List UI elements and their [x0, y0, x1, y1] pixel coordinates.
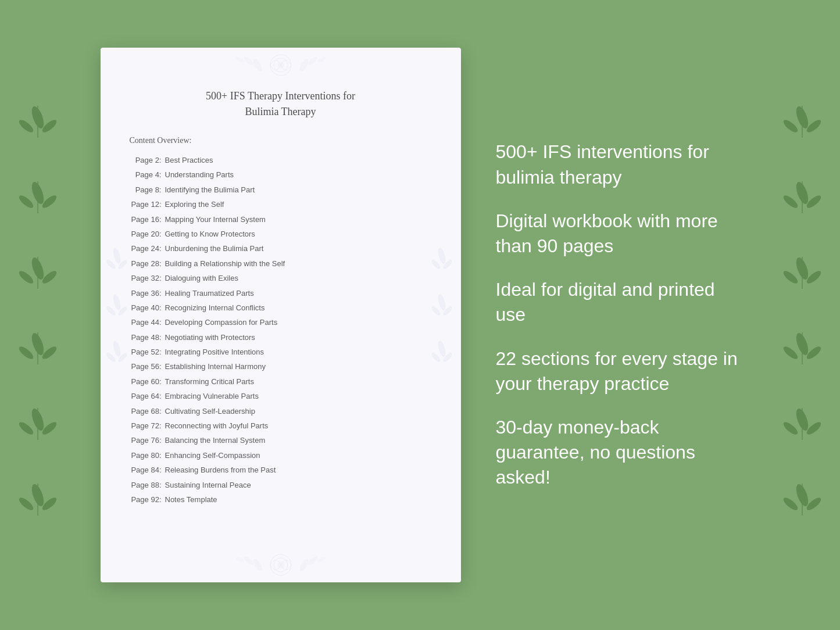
svg-point-70	[430, 305, 442, 317]
toc-item: Page 40:Recognizing Internal Conflicts	[130, 301, 432, 314]
svg-point-1	[17, 118, 35, 134]
page-title: Notes Template	[165, 495, 217, 504]
toc-item: Page 76:Balancing the Internal System	[130, 434, 432, 447]
page-title: Recognizing Internal Conflicts	[165, 303, 265, 312]
page-number: Page 24:	[130, 242, 162, 255]
svg-point-17	[17, 420, 35, 436]
svg-point-55	[235, 56, 245, 63]
doc-right-decoration	[430, 227, 456, 403]
feature-text-1: 500+ IFS interventions for bulimia thera…	[496, 139, 740, 189]
page-number: Page 48:	[130, 331, 162, 344]
page-title: Cultivating Self-Leadership	[165, 407, 255, 416]
page-number: Page 60:	[130, 375, 162, 388]
page-title: Mapping Your Internal System	[165, 215, 266, 224]
toc-item: Page 44:Developing Compassion for Parts	[130, 316, 432, 329]
svg-point-21	[17, 496, 35, 512]
main-content: 500+ IFS Therapy Interventions for Bulim…	[0, 0, 840, 630]
toc-item: Page 2:Best Practices	[130, 153, 432, 167]
page-number: Page 72:	[130, 419, 162, 432]
page-number: Page 84:	[130, 463, 162, 477]
doc-bottom-decoration	[101, 547, 461, 582]
page-title: Exploring the Self	[165, 200, 224, 209]
toc-item: Page 68:Cultivating Self-Leadership	[130, 405, 432, 418]
svg-point-69	[437, 293, 446, 311]
svg-point-51	[251, 58, 263, 73]
page-title: Developing Compassion for Parts	[165, 318, 278, 327]
svg-point-45	[782, 496, 800, 512]
toc-item: Page 92:Notes Template	[130, 493, 432, 506]
page-title: Getting to Know Protectors	[165, 230, 255, 238]
toc-item: Page 60:Transforming Critical Parts	[130, 375, 432, 388]
svg-point-81	[306, 555, 318, 566]
page-title: Unburdening the Bulimia Part	[165, 244, 264, 253]
svg-point-83	[316, 556, 326, 563]
page-number: Page 64:	[130, 389, 162, 403]
doc-top-decoration	[101, 48, 461, 83]
document-title: 500+ IFS Therapy Interventions for Bulim…	[130, 88, 432, 120]
svg-point-82	[235, 556, 245, 563]
svg-point-5	[17, 194, 35, 210]
toc-item: Page 88:Sustaining Internal Peace	[130, 478, 432, 492]
toc-item: Page 16:Mapping Your Internal System	[130, 213, 432, 226]
svg-point-33	[782, 269, 800, 285]
page-number: Page 80:	[130, 449, 162, 462]
page-number: Page 40:	[130, 301, 162, 314]
page-number: Page 44:	[130, 316, 162, 329]
page-number: Page 92:	[130, 493, 162, 506]
feature-text-2: Digital workbook with more than 90 pages	[496, 209, 740, 259]
svg-point-57	[112, 247, 121, 264]
page-title: Building a Relationship with the Self	[165, 259, 285, 268]
toc-item: Page 28:Building a Relationship with the…	[130, 257, 432, 270]
page-number: Page 36:	[130, 287, 162, 300]
page-number: Page 16:	[130, 213, 162, 226]
right-leaf-decoration	[764, 0, 840, 630]
page-number: Page 88:	[130, 478, 162, 492]
svg-point-80	[242, 555, 254, 566]
right-panel: 500+ IFS interventions for bulimia thera…	[496, 139, 740, 490]
page-number: Page 52:	[130, 345, 162, 359]
svg-point-73	[430, 352, 442, 363]
page-title: Releasing Burdens from the Past	[165, 466, 276, 474]
svg-point-63	[112, 340, 121, 357]
toc-item: Page 84:Releasing Burdens from the Past	[130, 463, 432, 477]
svg-point-52	[298, 58, 310, 73]
toc-item: Page 80:Enhancing Self-Compassion	[130, 449, 432, 462]
doc-left-decoration	[105, 227, 131, 403]
page-title: Transforming Critical Parts	[165, 377, 254, 386]
svg-point-78	[251, 557, 263, 572]
toc-list: Page 2:Best PracticesPage 4:Understandin…	[130, 153, 432, 506]
page-title: Dialoguing with Exiles	[165, 274, 238, 282]
page-number: Page 68:	[130, 405, 162, 418]
toc-item: Page 24:Unburdening the Bulimia Part	[130, 242, 432, 255]
document-card: 500+ IFS Therapy Interventions for Bulim…	[101, 48, 461, 582]
svg-point-58	[105, 259, 117, 270]
feature-text-3: Ideal for digital and printed use	[496, 277, 740, 327]
svg-point-60	[112, 293, 121, 311]
page-title: Establishing Internal Harmony	[165, 362, 266, 371]
feature-text-4: 22 sections for every stage in your ther…	[496, 346, 740, 396]
page-title: Embracing Vulnerable Parts	[165, 392, 259, 400]
svg-point-61	[105, 305, 117, 317]
toc-item: Page 20:Getting to Know Protectors	[130, 227, 432, 241]
svg-point-13	[17, 345, 35, 361]
toc-item: Page 36:Healing Traumatized Parts	[130, 287, 432, 300]
svg-point-9	[17, 269, 35, 285]
toc-item: Page 72:Reconnecting with Joyful Parts	[130, 419, 432, 432]
page-number: Page 12:	[130, 198, 162, 211]
svg-point-37	[782, 345, 800, 361]
svg-point-72	[437, 340, 446, 357]
page-number: Page 56:	[130, 360, 162, 373]
page-title: Identifying the Bulimia Part	[165, 185, 255, 194]
page-number: Page 28:	[130, 257, 162, 270]
page-number: Page 20:	[130, 227, 162, 241]
page-title: Sustaining Internal Peace	[165, 481, 251, 489]
toc-item: Page 4:Understanding Parts	[130, 168, 432, 181]
feature-text-5: 30-day money-back guarantee, no question…	[496, 415, 740, 491]
svg-point-53	[242, 55, 254, 66]
page-title: Healing Traumatized Parts	[165, 289, 254, 298]
svg-point-54	[306, 55, 318, 66]
svg-point-79	[298, 557, 310, 572]
page-title: Integrating Positive Intentions	[165, 348, 264, 356]
svg-point-25	[782, 118, 800, 134]
svg-point-41	[782, 420, 800, 436]
